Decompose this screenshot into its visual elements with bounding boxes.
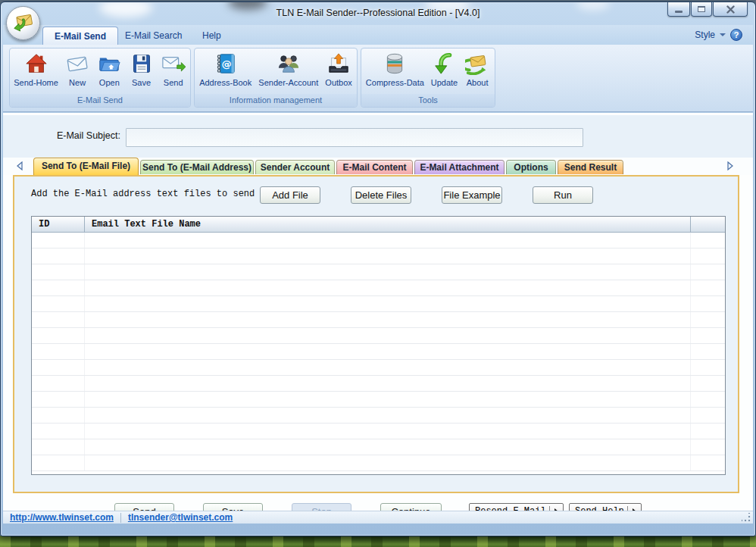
column-header-file-name[interactable]: Email Text File Name	[85, 217, 691, 232]
ribbon-group-caption: Information management	[195, 94, 357, 107]
column-header-spacer	[691, 217, 725, 232]
table-row[interactable]	[32, 424, 725, 439]
table-row[interactable]	[32, 233, 725, 248]
column-header-id[interactable]: ID	[32, 217, 85, 232]
sender-account-icon	[276, 51, 301, 77]
table-row[interactable]	[32, 264, 725, 280]
table-row[interactable]	[32, 408, 725, 424]
new-button[interactable]: New	[62, 50, 92, 95]
new-mail-icon	[64, 51, 90, 77]
send-to-email-file-panel: Add the E-Mail address text files to sen…	[13, 175, 739, 493]
send-mail-icon	[161, 51, 186, 77]
address-book-icon: @	[213, 51, 239, 77]
close-button[interactable]	[713, 2, 748, 17]
tab-scroll-left-icon[interactable]	[15, 161, 26, 171]
client-area: E-Mail Subject: Send To (E-Mail File) Se…	[3, 113, 753, 524]
table-row[interactable]	[32, 280, 725, 296]
open-folder-icon	[96, 51, 122, 77]
table-row[interactable]	[32, 312, 725, 328]
help-icon[interactable]: ?	[730, 29, 742, 41]
compress-data-button[interactable]: Compress-Data	[364, 50, 426, 95]
send-button-ribbon[interactable]: Send	[158, 50, 189, 95]
ribbon: Send-Home New	[3, 45, 753, 112]
outbox-button[interactable]: Outbox	[323, 50, 354, 95]
table-header[interactable]: ID Email Text File Name	[32, 217, 725, 233]
resize-grip[interactable]	[742, 513, 751, 522]
update-icon	[431, 51, 457, 77]
update-button[interactable]: Update	[429, 50, 460, 95]
tab-send-to-email-file[interactable]: Send To (E-Mail File)	[33, 158, 139, 175]
send-home-button[interactable]: Send-Home	[11, 50, 61, 95]
tab-email-content[interactable]: E-Mail Content	[336, 160, 413, 174]
table-row[interactable]	[32, 392, 725, 408]
window-controls	[667, 2, 748, 17]
file-example-button[interactable]: File Example	[442, 186, 502, 204]
table-row[interactable]	[32, 360, 725, 376]
close-icon	[726, 5, 735, 14]
titlebar[interactable]: TLN E-Mail Sender--Professional Edition …	[1, 2, 755, 25]
save-floppy-icon	[129, 51, 155, 77]
ribbon-tab-row: E-Mail Send E-Mail Search Help Style ?	[3, 25, 753, 45]
minimize-icon	[675, 11, 683, 13]
app-logo-envelope-icon	[12, 14, 35, 33]
open-button[interactable]: Open	[94, 50, 124, 95]
tab-scroll-right-icon[interactable]	[724, 161, 735, 171]
email-subject-input[interactable]	[126, 128, 583, 147]
ribbon-tab-email-send[interactable]: E-Mail Send	[42, 27, 118, 45]
table-row[interactable]	[32, 455, 725, 471]
tab-send-result[interactable]: Send Result	[558, 160, 623, 174]
table-row[interactable]	[32, 344, 725, 360]
file-table-body[interactable]	[32, 233, 725, 474]
about-icon	[464, 51, 490, 77]
table-row[interactable]	[32, 439, 725, 455]
maximize-button[interactable]	[691, 2, 712, 17]
chevron-down-icon[interactable]	[720, 33, 726, 36]
ribbon-tab-email-search[interactable]: E-Mail Search	[114, 27, 193, 45]
maximize-icon	[698, 6, 705, 12]
email-file-table: ID Email Text File Name	[31, 216, 726, 475]
table-row[interactable]	[32, 248, 725, 264]
style-menu-button[interactable]: Style	[695, 30, 715, 40]
website-link[interactable]: http://www.tlwinset.com	[10, 512, 114, 523]
tab-options[interactable]: Options	[506, 160, 556, 174]
table-row[interactable]	[32, 296, 725, 312]
delete-files-button[interactable]: Delete Files	[351, 186, 411, 204]
ribbon-group-caption: Tools	[361, 94, 495, 107]
table-row[interactable]	[32, 376, 725, 392]
desktop-wallpaper-grass	[0, 536, 756, 547]
outbox-icon	[326, 51, 351, 77]
ribbon-group-caption: E-Mail Send	[10, 94, 190, 107]
address-book-button[interactable]: @ Address-Book	[197, 50, 254, 95]
minimize-button[interactable]	[667, 2, 690, 17]
home-icon	[23, 51, 49, 77]
ribbon-group-information-management: @ Address-Book	[194, 48, 358, 108]
email-link[interactable]: tlnsender@tlwinset.com	[128, 512, 233, 523]
table-row[interactable]	[32, 328, 725, 344]
app-window: TLN E-Mail Sender--Professional Edition …	[0, 2, 756, 536]
tab-sender-account[interactable]: Sender Account	[255, 160, 335, 174]
sender-account-button[interactable]: Sender-Account	[256, 50, 320, 95]
about-button[interactable]: About	[462, 50, 492, 95]
svg-text:@: @	[221, 58, 231, 70]
status-bar: http://www.tlwinset.com tlnsender@tlwins…	[3, 511, 753, 524]
instruction-text: Add the E-Mail address text files to sen…	[31, 189, 255, 199]
subject-strip: E-Mail Subject:	[3, 115, 753, 158]
add-file-button[interactable]: Add File	[260, 186, 320, 204]
ribbon-group-email-send: Send-Home New	[9, 48, 191, 108]
ribbon-tab-help[interactable]: Help	[191, 27, 233, 45]
email-subject-label: E-Mail Subject:	[45, 130, 120, 141]
ribbon-group-tools: Compress-Data Update	[361, 48, 495, 108]
tab-email-attachment[interactable]: E-Mail Attachment	[414, 160, 505, 174]
compress-data-icon	[382, 51, 408, 77]
tab-send-to-email-address[interactable]: Send To (E-Mail Address)	[140, 160, 254, 174]
page-tab-strip: Send To (E-Mail File) Send To (E-Mail Ad…	[3, 158, 753, 175]
save-button[interactable]: Save	[127, 50, 157, 95]
window-title: TLN E-Mail Sender--Professional Edition …	[1, 8, 755, 18]
run-button[interactable]: Run	[533, 186, 593, 204]
app-menu-orb[interactable]	[6, 6, 40, 40]
